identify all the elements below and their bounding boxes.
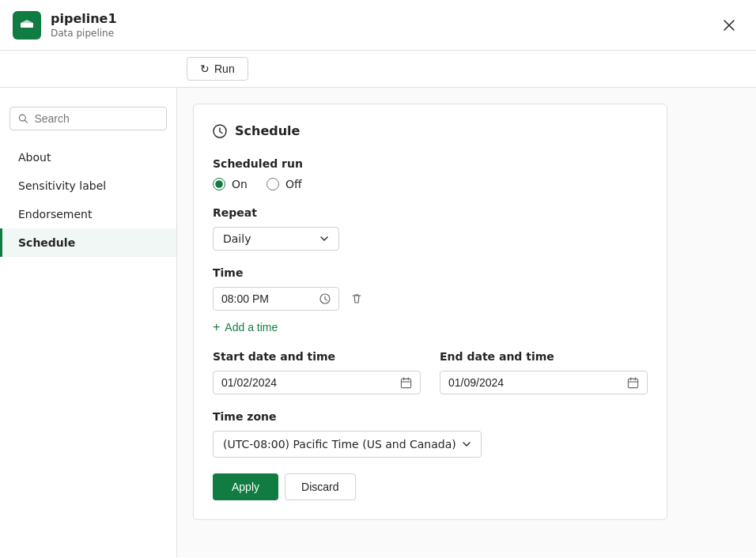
time-input-wrapper — [213, 287, 339, 311]
header-left: pipeline1 Data pipeline — [13, 11, 117, 40]
timezone-value: (UTC-08:00) Pacific Time (US and Canada) — [223, 438, 456, 451]
sidebar-item-label: Endorsement — [18, 208, 92, 221]
start-date-input-wrapper — [213, 371, 421, 394]
clock-icon — [319, 293, 331, 304]
timezone-group: Time zone (UTC-08:00) Pacific Time (US a… — [213, 410, 648, 458]
sidebar-item-sensitivity-label[interactable]: Sensitivity label — [0, 172, 176, 200]
sidebar-item-about[interactable]: About — [0, 143, 176, 172]
sidebar-item-label: Sensitivity label — [18, 179, 106, 192]
sidebar-item-label: About — [18, 151, 51, 164]
radio-on-label: On — [232, 178, 248, 190]
repeat-group: Repeat Daily — [213, 206, 648, 251]
trash-icon — [350, 292, 363, 305]
apply-button[interactable]: Apply — [213, 473, 278, 500]
repeat-label: Repeat — [213, 206, 648, 219]
add-time-label: Add a time — [225, 321, 278, 334]
start-date-input[interactable] — [221, 376, 400, 389]
delete-time-button[interactable] — [346, 288, 368, 310]
start-date-field: Start date and time — [213, 350, 421, 394]
schedule-icon — [213, 124, 227, 138]
calendar-icon-end[interactable] — [627, 376, 639, 389]
run-icon: ↻ — [200, 62, 210, 75]
plus-icon: + — [213, 320, 220, 334]
date-group: Start date and time End date and time — [213, 350, 648, 394]
app-icon — [13, 11, 41, 40]
panel-title-text: Schedule — [235, 123, 300, 138]
search-icon — [18, 113, 28, 124]
radio-group: On Off — [213, 178, 648, 190]
search-input[interactable] — [34, 112, 158, 125]
date-row: Start date and time End date and time — [213, 350, 648, 394]
radio-off-label: Off — [285, 178, 302, 190]
time-input[interactable] — [221, 292, 301, 305]
panel-title: Schedule — [213, 123, 648, 138]
search-container — [0, 100, 176, 137]
end-date-input[interactable] — [448, 376, 627, 389]
svg-rect-6 — [401, 379, 410, 387]
discard-button[interactable]: Discard — [285, 473, 355, 500]
close-icon — [723, 19, 735, 32]
add-time-button[interactable]: + Add a time — [213, 320, 278, 334]
sidebar: About Sensitivity label Endorsement Sche… — [0, 88, 177, 557]
chevron-down-icon — [319, 234, 329, 243]
timezone-select-wrapper[interactable]: (UTC-08:00) Pacific Time (US and Canada) — [213, 431, 482, 458]
close-button[interactable] — [718, 14, 740, 36]
time-input-row — [213, 287, 648, 311]
action-buttons: Apply Discard — [213, 473, 648, 500]
scheduled-run-label: Scheduled run — [213, 157, 648, 170]
svg-rect-0 — [21, 23, 33, 28]
toolbar: ↻ Run — [0, 51, 756, 88]
app-subtitle: Data pipeline — [51, 28, 117, 39]
end-date-field: End date and time — [440, 350, 648, 394]
radio-off-option[interactable]: Off — [266, 178, 302, 190]
timezone-chevron-icon — [462, 439, 471, 449]
end-date-label: End date and time — [440, 350, 648, 363]
svg-marker-1 — [21, 20, 33, 23]
run-button[interactable]: ↻ Run — [187, 57, 248, 81]
calendar-icon[interactable] — [400, 376, 412, 389]
search-input-wrapper[interactable] — [9, 107, 167, 130]
time-group: Time + — [213, 266, 648, 334]
sidebar-item-label: Schedule — [18, 236, 75, 249]
radio-on-input[interactable] — [213, 178, 225, 190]
sidebar-item-schedule[interactable]: Schedule — [0, 228, 176, 257]
main-layout: About Sensitivity label Endorsement Sche… — [0, 88, 756, 557]
start-date-label: Start date and time — [213, 350, 421, 363]
time-label: Time — [213, 266, 648, 279]
app-title: pipeline1 — [51, 11, 117, 28]
end-date-input-wrapper — [440, 371, 648, 394]
timezone-label: Time zone — [213, 410, 648, 423]
svg-line-3 — [25, 120, 27, 123]
schedule-panel: Schedule Scheduled run On Off — [193, 104, 667, 520]
svg-rect-7 — [628, 379, 637, 387]
radio-off-input[interactable] — [266, 178, 279, 190]
sidebar-item-endorsement[interactable]: Endorsement — [0, 200, 176, 228]
app-header: pipeline1 Data pipeline — [0, 0, 756, 51]
scheduled-run-group: Scheduled run On Off — [213, 157, 648, 190]
content-area: Schedule Scheduled run On Off — [177, 88, 756, 557]
radio-on-option[interactable]: On — [213, 178, 248, 190]
header-titles: pipeline1 Data pipeline — [51, 11, 117, 39]
repeat-value: Daily — [223, 232, 251, 245]
run-label: Run — [214, 62, 235, 75]
